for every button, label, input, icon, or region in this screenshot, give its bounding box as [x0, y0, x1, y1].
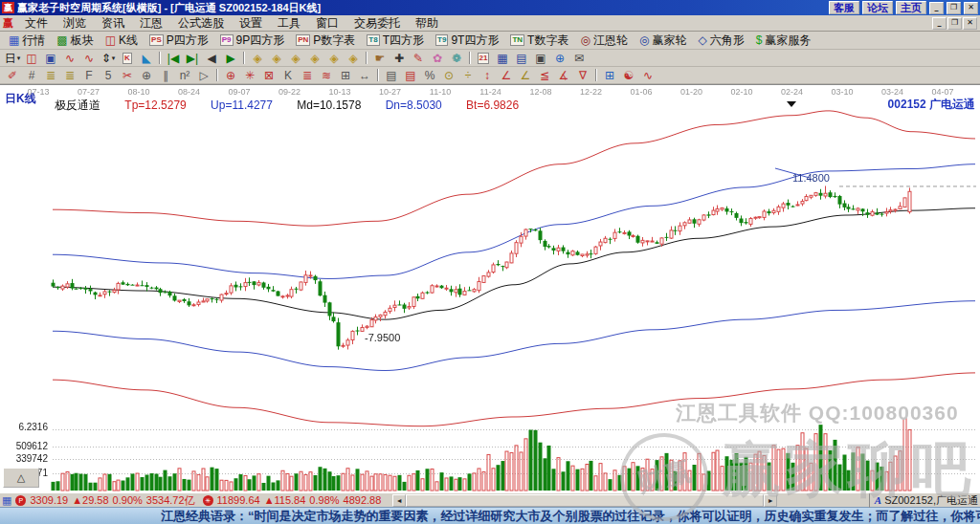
angle-gold-icon[interactable]: ∠ [516, 68, 535, 83]
menu-1[interactable]: 浏览 [56, 15, 94, 32]
wedge-icon[interactable]: ∇ [573, 68, 592, 83]
target-red-icon[interactable]: ⊕ [221, 68, 240, 83]
gann-wheel-button[interactable]: ◎江恩轮 [574, 33, 633, 49]
diamond-plus-icon[interactable]: ◈ [324, 51, 344, 66]
restore-button[interactable]: ❐ [947, 2, 961, 14]
f-tool-icon[interactable]: F [79, 68, 99, 83]
menu-7[interactable]: 窗口 [308, 15, 346, 32]
calendar-21-icon[interactable]: 21 [474, 51, 493, 66]
lasso-icon: ✂ [122, 70, 132, 81]
gold-grid-1-icon[interactable]: ≣ [41, 68, 60, 83]
forum-button[interactable]: 论坛 [862, 1, 893, 14]
net-link-icon[interactable]: ⊕ [550, 51, 569, 66]
diamond-both-icon[interactable]: ◈ [286, 51, 305, 66]
menu-2[interactable]: 资讯 [94, 15, 132, 32]
yin-yang-icon[interactable]: ☯ [619, 68, 638, 83]
red-fence-icon[interactable]: ≋ [317, 68, 336, 83]
scrollbar-thumb[interactable] [406, 494, 764, 507]
p9-square-button[interactable]: P99P四方形 [214, 33, 290, 49]
drag-hand-icon[interactable]: ☛ [370, 51, 390, 66]
color-grid-icon[interactable]: ⊞ [600, 68, 619, 83]
asterisk-tool-icon[interactable]: ✳ [240, 68, 259, 83]
info-board-icon[interactable]: ▣ [41, 51, 60, 66]
brain-tool-icon[interactable]: ❁ [447, 51, 466, 66]
flower-seal-icon[interactable]: ✿ [428, 51, 447, 66]
winner-service-button[interactable]: $赢家服务 [750, 33, 817, 49]
updown-red-icon[interactable]: ↕ [478, 68, 497, 83]
pennant-icon[interactable]: ◣ [137, 51, 156, 66]
k-mark-icon[interactable]: K [278, 68, 298, 83]
mail-icon[interactable]: ✉ [569, 51, 589, 66]
last-bar-icon[interactable]: ▶| [183, 51, 202, 66]
t9-square-button[interactable]: T99T四方形 [430, 33, 504, 49]
menu-8[interactable]: 交易委托 [346, 15, 408, 32]
expand-volume-button[interactable]: △ [3, 468, 39, 488]
menu-6[interactable]: 工具 [270, 15, 308, 32]
period-day-icon[interactable]: 日▾ [3, 51, 22, 66]
p-square-button[interactable]: PSP四方形 [144, 33, 214, 49]
gann-pen-icon[interactable]: ✐ [3, 68, 22, 83]
diamond-left-icon[interactable]: ◈ [248, 51, 267, 66]
prev-bar-icon[interactable]: ◀ [202, 51, 221, 66]
mdi-close-button[interactable]: ✕ [963, 17, 977, 30]
first-bar-icon[interactable]: |◀ [164, 51, 183, 66]
minimize-button[interactable]: _ [929, 2, 944, 14]
gold-circle-line-icon[interactable]: ⊙ [439, 68, 458, 83]
grid-hash-icon[interactable]: # [22, 68, 41, 83]
p-number-table-button[interactable]: PNP数字表 [290, 33, 361, 49]
f-tool-icon: F [85, 70, 92, 81]
winner-wheel-button[interactable]: ◎赢家轮 [634, 33, 692, 49]
mdi-minimize-button[interactable]: _ [932, 17, 947, 30]
memo-icon[interactable]: ▤ [512, 51, 531, 66]
gann-fan-icon[interactable]: ∡ [554, 68, 573, 83]
mdi-restore-button[interactable]: ❐ [947, 17, 962, 30]
red-grid-icon[interactable]: ⊠ [259, 68, 278, 83]
red-k-box-icon[interactable]: K [118, 51, 137, 66]
kline-display-icon[interactable]: ◫ [22, 51, 41, 66]
fib-levels-icon[interactable]: ≦ [535, 68, 554, 83]
k-combo-red-icon[interactable]: ▤ [401, 68, 420, 83]
n2-tool-icon[interactable]: n² [175, 68, 194, 83]
menu-0[interactable]: 文件 [17, 15, 56, 32]
k-combo-icon[interactable]: ▤ [382, 68, 401, 83]
t-number-table-button[interactable]: TNT数字表 [504, 33, 574, 49]
circle-cross-icon[interactable]: ⊕ [137, 68, 156, 83]
calculator-icon[interactable]: ▦ [493, 51, 512, 66]
h-span-icon[interactable]: ↔ [355, 68, 374, 83]
crosshair-icon[interactable]: ✚ [390, 51, 409, 66]
diamond-up-icon[interactable]: ◈ [305, 51, 324, 66]
next-bar-icon[interactable]: ▶ [221, 51, 240, 66]
five-tool-icon[interactable]: 5 [99, 68, 118, 83]
close-button[interactable]: ✕ [964, 2, 978, 14]
diamond-circle-icon[interactable]: ◈ [344, 51, 363, 66]
scroll-left-icon[interactable]: ◄ [392, 494, 406, 507]
draw-pen-icon[interactable]: ✎ [409, 51, 428, 66]
percent-tool-icon[interactable]: % [420, 68, 439, 83]
horizontal-scrollbar[interactable]: ◄ ► [392, 494, 777, 507]
wave-9-icon[interactable]: ∿ [79, 51, 99, 66]
customer-service-button[interactable]: 客服 [829, 1, 859, 14]
red-ladder-icon[interactable]: ≣ [298, 68, 317, 83]
pointer-icon[interactable]: ▷ [194, 68, 213, 83]
candle-style-icon[interactable]: ⇕▾ [99, 51, 118, 66]
menu-5[interactable]: 设置 [232, 15, 270, 32]
dark-grid-icon[interactable]: ⊞ [336, 68, 355, 83]
menu-4[interactable]: 公式选股 [170, 15, 232, 32]
wave-3-icon[interactable]: ∿ [60, 51, 79, 66]
lasso-icon[interactable]: ✂ [118, 68, 137, 83]
quotes-grid-button[interactable]: ▦行情 [3, 33, 51, 49]
sectors-button[interactable]: ▩板块 [51, 33, 99, 49]
t-square-button[interactable]: T8T四方形 [361, 33, 430, 49]
tick-ruler-icon[interactable]: ∥ [156, 68, 175, 83]
wave-tool-icon[interactable]: ∿ [638, 68, 657, 83]
gold-grid-2-icon[interactable]: ≣ [60, 68, 79, 83]
menu-3[interactable]: 江恩 [132, 15, 170, 32]
homepage-button[interactable]: 主页 [896, 1, 926, 14]
save-disk-icon[interactable]: ▣ [531, 51, 550, 66]
menu-9[interactable]: 帮助 [408, 15, 446, 32]
angle-red-icon[interactable]: ∠ [497, 68, 516, 83]
diamond-right-icon[interactable]: ◈ [267, 51, 286, 66]
hexagon-button[interactable]: ◇六角形 [692, 33, 749, 49]
kline-button[interactable]: ◫K线 [100, 33, 144, 49]
gold-mid-line-icon[interactable]: ÷ [458, 68, 478, 83]
